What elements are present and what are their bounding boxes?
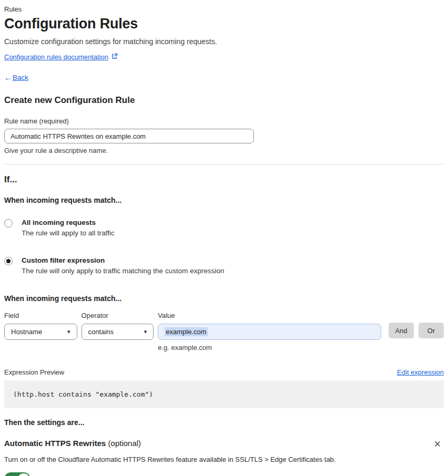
operator-select-value: contains	[88, 328, 114, 336]
radio-option-all-requests[interactable]: All incoming requests The rule will appl…	[4, 219, 444, 237]
or-button[interactable]: Or	[419, 323, 444, 338]
page-subtitle: Customize configuration settings for mat…	[4, 37, 444, 46]
filter-builder-heading: When incoming requests match...	[4, 294, 444, 303]
value-input[interactable]: example.com	[158, 324, 381, 340]
toggle-knob	[18, 473, 29, 476]
create-rule-heading: Create new Configuration Rule	[4, 95, 444, 106]
and-button[interactable]: And	[389, 323, 414, 338]
if-heading: If...	[4, 174, 444, 185]
radio-option-description: The rule will apply to all traffic	[22, 229, 115, 237]
setting-description: Turn on or off the Cloudflare Automatic …	[4, 456, 444, 463]
match-heading: When incoming requests match...	[4, 196, 444, 204]
radio-option-custom-filter[interactable]: Custom filter expression The rule will o…	[4, 256, 444, 275]
section-divider	[4, 164, 444, 164]
expression-preview-label: Expression Preview	[4, 368, 64, 376]
back-arrow-icon: ←	[4, 73, 12, 82]
breadcrumb: Rules	[4, 5, 444, 13]
documentation-link[interactable]: Configuration rules documentation	[4, 53, 108, 61]
chevron-down-icon: ▾	[144, 328, 147, 335]
field-select[interactable]: Hostname ▾	[4, 324, 77, 340]
expression-code-block: (http.host contains "example.com")	[4, 380, 444, 408]
setting-name: Automatic HTTPS Rewrites	[4, 439, 106, 448]
rule-name-input[interactable]	[4, 129, 254, 143]
field-select-value: Hostname	[11, 328, 42, 336]
radio-selected-icon[interactable]	[4, 257, 13, 265]
operator-select[interactable]: contains ▾	[82, 324, 154, 340]
rule-name-label: Rule name (required)	[4, 117, 444, 125]
close-icon[interactable]: ✕	[431, 439, 444, 450]
operator-label: Operator	[82, 312, 154, 319]
rule-name-help: Give your rule a descriptive name.	[4, 147, 444, 154]
https-rewrites-toggle[interactable]: ✓	[4, 472, 30, 476]
then-settings-heading: Then the settings are...	[4, 418, 444, 427]
back-link[interactable]: Back	[13, 74, 28, 81]
radio-option-label: All incoming requests	[22, 219, 115, 226]
radio-option-description: The rule will only apply to traffic matc…	[22, 267, 224, 275]
radio-option-label: Custom filter expression	[22, 256, 224, 264]
edit-expression-link[interactable]: Edit expression	[397, 368, 444, 376]
external-link-icon	[111, 53, 118, 61]
setting-title: Automatic HTTPS Rewrites (optional)	[4, 439, 141, 448]
filter-builder-row: Field Hostname ▾ Operator contains ▾ Val…	[4, 312, 444, 351]
setting-optional-tag: (optional)	[108, 439, 141, 448]
page-title: Configuration Rules	[4, 16, 444, 32]
value-hint: e.g. example.com	[158, 344, 381, 351]
field-label: Field	[4, 312, 77, 319]
chevron-down-icon: ▾	[67, 328, 70, 335]
value-input-text: example.com	[165, 327, 207, 336]
value-label: Value	[158, 312, 381, 319]
radio-unselected-icon[interactable]	[4, 219, 13, 227]
